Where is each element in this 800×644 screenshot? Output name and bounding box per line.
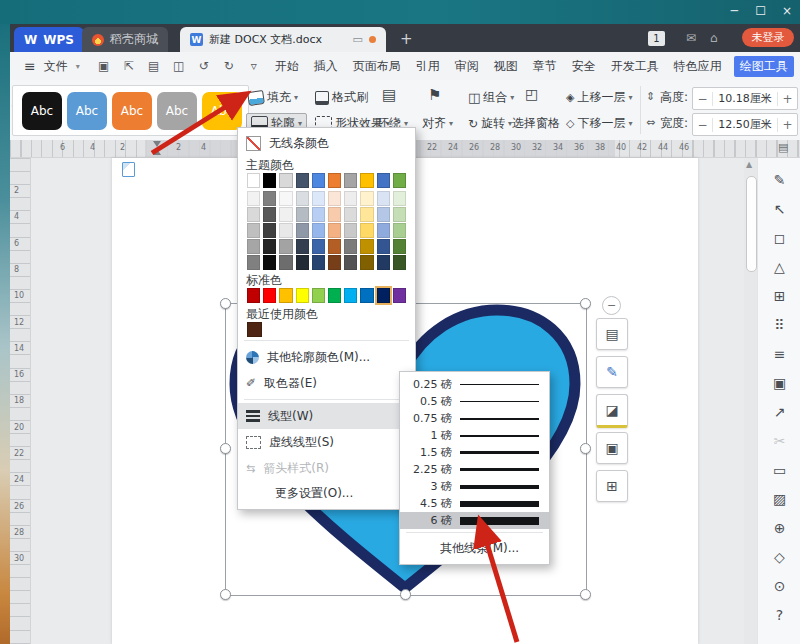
more-settings-item[interactable]: 更多设置(O)...: [238, 481, 415, 505]
menu-tab-视图[interactable]: 视图: [491, 56, 521, 77]
export-icon[interactable]: ⇱: [121, 59, 137, 73]
selection-handle[interactable]: [580, 589, 591, 600]
theme-variant-swatch[interactable]: [344, 191, 357, 206]
theme-variant-swatch[interactable]: [279, 255, 292, 270]
menu-tab-开发工具[interactable]: 开发工具: [608, 56, 662, 77]
height-value[interactable]: 10.18厘米: [713, 91, 777, 106]
recent-color-swatch[interactable]: [247, 322, 262, 337]
theme-color-swatch[interactable]: [296, 173, 309, 188]
theme-variant-swatch[interactable]: [296, 239, 309, 254]
align-button[interactable]: 对齐▾: [422, 115, 453, 132]
theme-variant-swatch[interactable]: [328, 223, 341, 238]
color-picker-item[interactable]: ✐ 取色器(E): [238, 370, 415, 396]
theme-variant-swatch[interactable]: [360, 191, 373, 206]
theme-color-swatch[interactable]: [377, 173, 390, 188]
selection-handle[interactable]: [400, 589, 411, 600]
bring-forward-button[interactable]: ◈ 上移一层▾: [566, 89, 632, 106]
selection-handle[interactable]: [220, 589, 231, 600]
picture-icon[interactable]: ▨: [758, 491, 800, 507]
theme-variant-swatch[interactable]: [360, 239, 373, 254]
group-button[interactable]: ◫ 组合▾: [468, 89, 514, 106]
selection-pane-button[interactable]: 选择窗格: [512, 115, 560, 132]
menu-tab-安全[interactable]: 安全: [569, 56, 599, 77]
theme-variant-swatch[interactable]: [328, 239, 341, 254]
theme-variant-swatch[interactable]: [377, 255, 390, 270]
theme-variant-swatch[interactable]: [377, 223, 390, 238]
rotate-button[interactable]: ↻ 旋转▾: [468, 115, 512, 132]
theme-variant-swatch[interactable]: [247, 239, 260, 254]
scroll-up-icon[interactable]: ▲: [746, 160, 752, 169]
theme-variant-swatch[interactable]: [393, 239, 406, 254]
fill-button[interactable]: 填充▾: [248, 89, 298, 106]
vertical-ruler[interactable]: 24681012141618202224262830: [10, 158, 31, 644]
height-plus-button[interactable]: +: [777, 92, 797, 106]
menu-tab-引用[interactable]: 引用: [413, 56, 443, 77]
theme-variant-swatch[interactable]: [263, 255, 276, 270]
file-caret-icon[interactable]: ▾: [76, 62, 80, 71]
settings-sliders-icon[interactable]: ≡: [758, 346, 800, 362]
table-icon[interactable]: ⊞: [758, 288, 800, 304]
print-icon[interactable]: ▤: [146, 59, 162, 73]
width-stepper[interactable]: − 12.50厘米 +: [692, 113, 798, 136]
theme-variant-swatch[interactable]: [247, 191, 260, 206]
weight-item-1 磅[interactable]: 1 磅: [400, 427, 549, 444]
standard-color-swatch[interactable]: [279, 288, 292, 303]
style-chip-4[interactable]: Abc: [202, 92, 242, 130]
theme-color-swatch[interactable]: [393, 173, 406, 188]
theme-variant-swatch[interactable]: [393, 223, 406, 238]
plugin-icon[interactable]: ◇: [758, 549, 800, 565]
skin-icon[interactable]: ⌂: [710, 31, 718, 45]
theme-variant-swatch[interactable]: [344, 239, 357, 254]
theme-color-swatch[interactable]: [328, 173, 341, 188]
more-dots-icon[interactable]: ⋯: [758, 636, 800, 644]
theme-variant-swatch[interactable]: [360, 255, 373, 270]
theme-color-swatch[interactable]: [360, 173, 373, 188]
theme-variant-swatch[interactable]: [393, 255, 406, 270]
maximize-button[interactable]: ☐: [755, 4, 766, 18]
theme-variant-swatch[interactable]: [312, 255, 325, 270]
theme-variant-swatch[interactable]: [312, 223, 325, 238]
history-clock-icon[interactable]: ⊙: [758, 578, 800, 594]
wps-home-tab[interactable]: W WPS: [14, 27, 84, 52]
theme-variant-swatch[interactable]: [263, 223, 276, 238]
style-chip-1[interactable]: Abc: [67, 92, 107, 130]
theme-variant-swatch[interactable]: [247, 207, 260, 222]
theme-color-swatch[interactable]: [279, 173, 292, 188]
selection-handle[interactable]: [220, 298, 231, 309]
selection-handle[interactable]: [220, 443, 231, 454]
wordart-icon[interactable]: △: [758, 259, 800, 275]
style-chip-2[interactable]: Abc: [112, 92, 152, 130]
weight-item-1.5 磅[interactable]: 1.5 磅: [400, 444, 549, 461]
theme-variant-swatch[interactable]: [279, 191, 292, 206]
select-cursor-icon[interactable]: ↖: [758, 201, 800, 217]
ruler-page-icon[interactable]: ▤: [778, 141, 788, 154]
hamburger-icon[interactable]: ≡: [24, 58, 36, 74]
no-line-color-item[interactable]: 无线条颜色: [238, 132, 415, 155]
file-menu[interactable]: 文件: [44, 58, 68, 75]
standard-color-swatch[interactable]: [312, 288, 325, 303]
menu-tab-特色应用[interactable]: 特色应用: [671, 56, 725, 77]
theme-variant-swatch[interactable]: [344, 223, 357, 238]
theme-variant-swatch[interactable]: [328, 255, 341, 270]
theme-variant-swatch[interactable]: [263, 207, 276, 222]
theme-variant-swatch[interactable]: [360, 223, 373, 238]
height-stepper[interactable]: − 10.18厘米 +: [692, 87, 798, 110]
help-circle-icon[interactable]: ?: [758, 607, 800, 623]
width-minus-button[interactable]: −: [693, 118, 713, 132]
theme-variant-swatch[interactable]: [296, 255, 309, 270]
standard-color-swatch[interactable]: [296, 288, 309, 303]
docer-store-tab[interactable]: 稻壳商城: [82, 27, 168, 52]
first-line-indent-marker[interactable]: [153, 141, 161, 147]
app-grid-icon[interactable]: ⠿: [758, 317, 800, 333]
standard-color-swatch[interactable]: [247, 288, 260, 303]
theme-variant-swatch[interactable]: [263, 239, 276, 254]
width-value[interactable]: 12.50厘米: [713, 117, 777, 132]
message-icon[interactable]: ✉: [686, 31, 696, 45]
toolbar-collapse-icon[interactable]: ▿: [246, 59, 262, 73]
wrap-layout-icon[interactable]: ▤: [596, 318, 628, 350]
line-style-item[interactable]: 线型(W) ▸: [238, 403, 415, 429]
box-tool-icon[interactable]: ▭: [758, 462, 800, 478]
theme-variant-swatch[interactable]: [279, 239, 292, 254]
dash-style-item[interactable]: 虚线线型(S) ▸: [238, 429, 415, 455]
theme-color-swatch[interactable]: [312, 173, 325, 188]
